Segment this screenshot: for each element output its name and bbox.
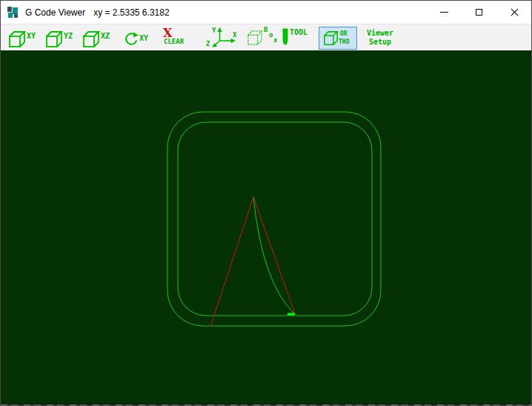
tool-label: TOOL xyxy=(290,28,307,36)
rotate-arrow-icon xyxy=(124,32,139,47)
box-letter-x: x xyxy=(273,36,277,44)
contour-outer xyxy=(167,112,381,326)
gcode-viewer-window: G Code Viewer xy = 2.5335 6.3182 XY YZ X xyxy=(0,0,532,406)
close-button[interactable] xyxy=(496,1,531,23)
bottom-edge xyxy=(1,404,531,405)
axes-icon: Y X Z xyxy=(205,25,239,47)
viewer-setup-line2: Setup xyxy=(369,38,391,47)
view-xy-button[interactable]: XY xyxy=(8,27,36,50)
box-letter-o: o xyxy=(269,31,273,39)
window-title: G Code Viewer xyxy=(25,7,85,18)
viewer-setup-line1: Viewer xyxy=(367,29,393,38)
axis-z-label: Z xyxy=(206,40,210,47)
view-xy-label: XY xyxy=(27,32,36,40)
rapid-move-right xyxy=(253,197,296,316)
caption-buttons xyxy=(427,1,531,23)
view-xz-button[interactable]: XZ xyxy=(82,27,110,50)
cube-xy-icon xyxy=(8,31,26,47)
ortho-cube-icon xyxy=(323,31,339,45)
tool-button[interactable]: TOOL xyxy=(282,27,307,50)
close-icon xyxy=(510,7,519,16)
minimize-icon xyxy=(440,12,448,13)
bounding-box-icon xyxy=(245,30,265,45)
ortho-toggle-button[interactable]: OR THO xyxy=(319,27,357,50)
cube-yz-icon xyxy=(45,31,63,47)
viewer-setup-button[interactable]: Viewer Setup xyxy=(362,27,399,50)
minimize-button[interactable] xyxy=(427,1,462,23)
clear-button[interactable]: X CLEAR xyxy=(162,27,184,50)
rotate-xy-label: XY xyxy=(139,34,148,42)
tool-bit-icon xyxy=(282,28,289,46)
maximize-icon xyxy=(476,9,482,16)
rotate-xy-button[interactable]: XY xyxy=(124,27,148,50)
box-button[interactable]: B o x xyxy=(245,27,284,50)
gcode-viewport xyxy=(1,50,531,404)
cube-xz-icon xyxy=(82,31,100,47)
rapid-move-left xyxy=(210,197,253,327)
coordinate-readout: xy = 2.5335 6.3182 xyxy=(93,7,169,18)
view-yz-button[interactable]: YZ xyxy=(45,27,73,50)
box-letter-b: B xyxy=(264,26,267,33)
toolbar: XY YZ XZ XY X CLEAR Y xyxy=(1,24,531,50)
view-yz-label: YZ xyxy=(64,32,73,40)
titlebar: G Code Viewer xy = 2.5335 6.3182 xyxy=(1,1,531,24)
axis-y-label: Y xyxy=(212,27,216,34)
axes-button[interactable]: Y X Z xyxy=(205,25,239,47)
ortho-label-bottom: THO xyxy=(339,39,349,45)
axis-x-label: X xyxy=(233,31,237,39)
app-icon xyxy=(7,6,19,19)
ortho-label-top: OR xyxy=(340,30,348,37)
canvas[interactable] xyxy=(1,50,531,404)
view-xz-label: XZ xyxy=(101,32,110,40)
clear-label: CLEAR xyxy=(164,39,184,45)
clear-x-icon: X xyxy=(163,27,172,39)
ortho-text: OR THO xyxy=(339,27,356,49)
maximize-button[interactable] xyxy=(462,1,496,23)
